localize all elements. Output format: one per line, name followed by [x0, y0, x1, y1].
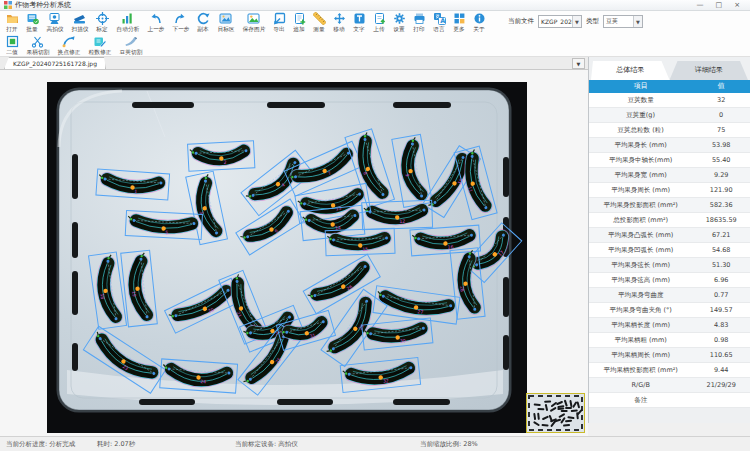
toolbar-button-label: 导出 — [273, 25, 284, 32]
toolbar-button-auto-analyze[interactable]: 自动分析 — [112, 11, 143, 32]
copy-icon — [197, 12, 210, 25]
toolbar-button-label: 设置 — [393, 25, 404, 32]
svg-text:16: 16 — [448, 244, 454, 249]
toolbar-button-measure[interactable]: 测量 — [309, 11, 329, 32]
close-button[interactable]: × — [734, 1, 740, 10]
scan-image[interactable]: 1234567891011121314151617181920212223242… — [47, 82, 527, 433]
toolbar-button-calibrate[interactable]: 标定 — [92, 11, 112, 32]
toolbar-button-print[interactable]: 打印 — [409, 11, 429, 32]
chevron-down-icon[interactable]: ▼ — [572, 16, 581, 27]
toolbar-button-stem-cut[interactable]: 果柄切割 — [22, 34, 53, 55]
toolbar-button-batch[interactable]: 批量 — [22, 11, 42, 32]
result-row: 平均果身弦高 (mm)6.96 — [589, 273, 750, 288]
edit-toolbar: 二值果柄切割换点修正粒数修正豆荚切割 — [0, 34, 750, 57]
toolbar-button-label: 果柄切割 — [26, 48, 49, 55]
toolbar-button-label: 上传 — [373, 25, 384, 32]
current-file-combobox[interactable]: KZGP_202407 ▼ — [538, 15, 582, 28]
svg-text:18: 18 — [99, 293, 105, 300]
doc-camera-icon — [48, 12, 61, 25]
result-row: 豆荚数量32 — [589, 93, 750, 108]
calibrate-icon — [96, 12, 109, 25]
result-row: 平均果身凹弧长 (mm)54.68 — [589, 243, 750, 258]
result-item-value: 0.77 — [692, 288, 750, 302]
tab-overall-results[interactable]: 总体结果 — [591, 61, 670, 80]
toolbar-button-label: 副本 — [197, 25, 208, 32]
result-item-value: 55.40 — [692, 153, 750, 167]
move-icon — [333, 12, 346, 25]
toolbar-button-target-area[interactable]: 目标区 — [213, 11, 238, 32]
toolbar-button-scanner[interactable]: 扫描仪 — [67, 11, 92, 32]
save-image-icon — [247, 12, 260, 25]
result-item-value: 9.44 — [692, 363, 750, 377]
print-icon — [413, 12, 426, 25]
result-item-label: 平均果柄周长 (mm) — [589, 348, 692, 362]
toolbar-button-label: 更多 — [453, 25, 464, 32]
toolbar-button-open-folder[interactable]: 打开 — [2, 11, 22, 32]
result-item-value: 582.36 — [692, 198, 750, 212]
document-tab-bar: KZGP_20240725161728.jpg ▼ — [0, 57, 588, 70]
result-item-label: 总投影面积 (mm²) — [589, 213, 692, 227]
toolbar-button-undo[interactable]: 上一步 — [143, 11, 168, 32]
svg-text:1: 1 — [134, 189, 137, 194]
toolbar-button-label: 目标区 — [217, 25, 234, 32]
toolbar-button-label: 二值 — [6, 48, 17, 55]
result-row: 平均果身凸弧长 (mm)67.21 — [589, 228, 750, 243]
toolbar-button-grain-fix[interactable]: 粒数修正 — [84, 34, 115, 55]
minimize-button[interactable]: — — [697, 1, 704, 10]
toolbar-button-doc-camera[interactable]: 高拍仪 — [42, 11, 67, 32]
results-table-body: 豆荚数量32豆荚重(g)0豆荚总粒数 (粒)75平均果身长 (mm)53.98平… — [589, 93, 750, 408]
toolbar-button-label: 扫描仪 — [71, 25, 88, 32]
toolbar-button-label: 关于 — [473, 25, 484, 32]
window-title: 作物考种分析系统 — [15, 0, 697, 10]
svg-text:28: 28 — [459, 286, 465, 292]
result-item-value: 53.98 — [692, 138, 750, 152]
toolbar-button-export[interactable]: 导出 — [269, 11, 289, 32]
result-item-value: 0.98 — [692, 333, 750, 347]
svg-text:19: 19 — [131, 291, 137, 297]
toolbar-button-redo[interactable]: 下一步 — [168, 11, 193, 32]
chevron-down-icon[interactable]: ▼ — [633, 16, 642, 27]
result-item-label: 平均果身凹弧长 (mm) — [589, 243, 692, 257]
toolbar-button-save-image[interactable]: 保存图片 — [238, 11, 269, 32]
svg-text:2: 2 — [223, 160, 226, 165]
export-icon — [273, 12, 286, 25]
toolbar-button-label: 下一步 — [172, 25, 189, 32]
toolbar-button-binary[interactable]: 二值 — [2, 34, 22, 55]
settings-icon — [393, 12, 406, 25]
toolbar-button-language[interactable]: A语言 — [429, 11, 449, 32]
status-zoom-level: 当前缩放比例: 28% — [420, 440, 478, 449]
toolbar-button-more[interactable]: 更多 — [449, 11, 469, 32]
svg-text:32: 32 — [383, 378, 389, 384]
maximize-button[interactable]: □ — [716, 1, 723, 10]
toolbar-button-copy[interactable]: 副本 — [193, 11, 213, 32]
result-item-value: 0 — [692, 108, 750, 122]
toolbar-button-upload[interactable]: 上传 — [369, 11, 389, 32]
toolbar-button-move[interactable]: 移动 — [329, 11, 349, 32]
image-canvas[interactable]: 1234567891011121314151617181920212223242… — [0, 70, 588, 436]
toolbar-button-settings[interactable]: 设置 — [389, 11, 409, 32]
status-analysis-progress: 当前分析进度: 分析完成 — [6, 440, 75, 449]
toolbar-button-text[interactable]: 文字 — [349, 11, 369, 32]
result-item-label: 平均果身弯曲度 — [589, 288, 692, 302]
tab-detailed-results[interactable]: 详细结果 — [670, 61, 749, 80]
result-row: 平均果身弦长 (mm)51.30 — [589, 258, 750, 273]
type-label: 类型 — [586, 17, 599, 26]
result-item-value: 6.96 — [692, 273, 750, 287]
result-row: 平均果柄投影面积 (mm²)9.44 — [589, 363, 750, 378]
type-combobox[interactable]: 豆荚 ▼ — [603, 15, 643, 28]
svg-text:15: 15 — [362, 247, 368, 252]
result-item-label: 平均果身弦长 (mm) — [589, 258, 692, 272]
toolbar-button-point-fix[interactable]: 换点修正 — [53, 34, 84, 55]
result-item-label: 平均果柄长度 (mm) — [589, 318, 692, 332]
result-item-label: 平均果身宽 (mm) — [589, 168, 692, 182]
document-tab[interactable]: KZGP_20240725161728.jpg — [4, 57, 106, 69]
result-item-label: 豆荚重(g) — [589, 108, 692, 122]
toolbar-button-pod-cut[interactable]: 豆荚切割 — [115, 34, 146, 55]
toolbar-button-append[interactable]: 追加 — [289, 11, 309, 32]
svg-text:12: 12 — [399, 219, 405, 224]
toolbar-button-about[interactable]: 关于 — [469, 11, 489, 32]
toolbar-button-label: 移动 — [333, 25, 344, 32]
tab-list-dropdown[interactable]: ▼ — [572, 58, 585, 69]
toolbar-button-label: 文字 — [353, 25, 364, 32]
navigator-thumbnail[interactable] — [526, 393, 585, 433]
